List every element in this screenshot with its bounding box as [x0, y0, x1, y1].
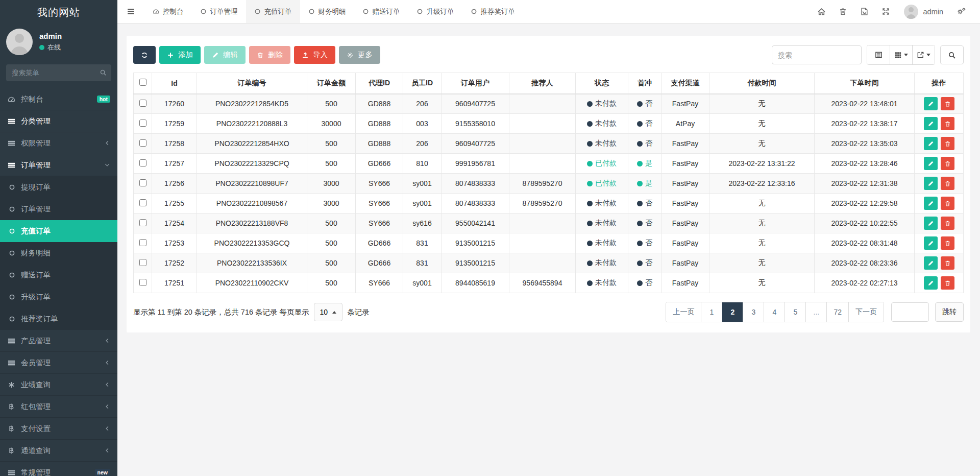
jump-button[interactable]: 跳转 — [935, 302, 964, 322]
row-checkbox[interactable] — [139, 100, 146, 107]
detail-view-button[interactable] — [867, 45, 890, 64]
add-button[interactable]: 添加 — [159, 46, 201, 64]
row-delete-button[interactable] — [941, 117, 954, 130]
sidebar-subitem-订单管理[interactable]: 订单管理 — [0, 198, 117, 220]
row-delete-button[interactable] — [941, 137, 954, 150]
sidebar-item-会员管理[interactable]: 会员管理 — [0, 352, 117, 374]
row-checkbox[interactable] — [139, 139, 146, 147]
row-edit-button[interactable] — [924, 236, 938, 250]
home-button[interactable] — [811, 0, 832, 23]
cell-staff-id: 831 — [403, 233, 442, 253]
cell-agent-id: SY666 — [356, 174, 403, 194]
row-delete-button[interactable] — [941, 217, 954, 230]
prev-page-button[interactable]: 上一页 — [666, 302, 701, 322]
sidebar-subitem-label: 提现订单 — [21, 182, 110, 192]
columns-button[interactable] — [890, 45, 912, 64]
row-edit-button[interactable] — [924, 157, 938, 170]
cell-channel: FastPay — [662, 194, 709, 213]
row-checkbox[interactable] — [139, 259, 146, 266]
import-button[interactable]: 导入 — [294, 46, 335, 64]
row-edit-button[interactable] — [924, 256, 938, 270]
tab-充值订单[interactable]: 充值订单 — [246, 0, 300, 23]
settings-button[interactable] — [950, 0, 972, 23]
column-header-代理ID: 代理ID — [356, 73, 403, 94]
row-checkbox[interactable] — [139, 159, 146, 166]
status-dot-icon — [637, 221, 643, 226]
row-delete-button[interactable] — [941, 197, 954, 210]
cell-id: 17258 — [152, 134, 197, 154]
sidebar-subitem-赠送订单[interactable]: 赠送订单 — [0, 264, 117, 286]
page-button-1[interactable]: 1 — [701, 302, 722, 322]
page-size-dropdown[interactable]: 10 — [314, 303, 343, 321]
sidebar-item-控制台[interactable]: 控制台hot — [0, 88, 117, 110]
tab-赠送订单[interactable]: 赠送订单 — [354, 0, 408, 23]
more-button[interactable]: 更多 — [339, 46, 380, 64]
row-edit-button[interactable] — [924, 117, 938, 130]
sidebar-subitem-充值订单[interactable]: 充值订单 — [0, 220, 117, 242]
tab-控制台[interactable]: 控制台 — [144, 0, 192, 23]
sidebar-item-分类管理[interactable]: 分类管理 — [0, 110, 117, 132]
page-button-5[interactable]: 5 — [785, 302, 805, 322]
page-button-3[interactable]: 3 — [743, 302, 764, 322]
page-button-2[interactable]: 2 — [722, 302, 743, 322]
sidebar-item-红包管理[interactable]: 红包管理 — [0, 396, 117, 418]
tab-升级订单[interactable]: 升级订单 — [408, 0, 462, 23]
fullscreen-button[interactable] — [875, 0, 897, 23]
user-menu[interactable]: admin — [897, 5, 951, 19]
trash-button[interactable] — [832, 0, 854, 23]
next-page-button[interactable]: 下一页 — [848, 302, 884, 322]
row-checkbox[interactable] — [139, 239, 146, 246]
export-button[interactable] — [912, 45, 935, 64]
row-checkbox[interactable] — [139, 219, 146, 226]
sidebar-item-产品管理[interactable]: 产品管理 — [0, 330, 117, 352]
sidebar-item-支付设置[interactable]: 支付设置 — [0, 418, 117, 440]
sidebar-item-订单管理[interactable]: 订单管理 — [0, 154, 117, 176]
row-delete-button[interactable] — [941, 97, 954, 110]
sidebar-item-常规管理[interactable]: 常规管理new — [0, 462, 117, 476]
sidebar-item-权限管理[interactable]: 权限管理 — [0, 132, 117, 154]
sidebar-item-业绩查询[interactable]: 业绩查询 — [0, 374, 117, 396]
row-edit-button[interactable] — [924, 217, 938, 230]
cell-first-charge: 否 — [628, 134, 662, 154]
tab-label: 升级订单 — [427, 7, 454, 16]
sidebar-subitem-提现订单[interactable]: 提现订单 — [0, 176, 117, 198]
row-edit-button[interactable] — [924, 137, 938, 150]
row-delete-button[interactable] — [941, 157, 954, 170]
row-checkbox[interactable] — [139, 120, 146, 127]
search-button[interactable] — [940, 45, 964, 64]
row-edit-button[interactable] — [924, 97, 938, 110]
row-edit-button[interactable] — [924, 197, 938, 210]
refresh-button[interactable] — [133, 46, 156, 64]
tab-订单管理[interactable]: 订单管理 — [192, 0, 246, 23]
sidebar-toggle-button[interactable] — [117, 0, 144, 23]
page-refresh-button[interactable] — [854, 0, 875, 23]
sidebar-subitem-升级订单[interactable]: 升级订单 — [0, 286, 117, 308]
sidebar-item-通道查询[interactable]: 通道查询 — [0, 440, 117, 462]
row-delete-button[interactable] — [941, 256, 954, 270]
jump-page-input[interactable] — [891, 302, 929, 322]
cell-order-no: PNO23022210898567 — [197, 194, 307, 213]
row-checkbox[interactable] — [139, 179, 146, 186]
row-delete-button[interactable] — [941, 177, 954, 190]
row-edit-button[interactable] — [924, 177, 938, 190]
tab-推荐奖订单[interactable]: 推荐奖订单 — [462, 0, 524, 23]
row-delete-button[interactable] — [941, 236, 954, 250]
page-button-72[interactable]: 72 — [826, 302, 848, 322]
cell-create-time: 2023-02-22 13:38:17 — [815, 114, 915, 134]
cell-referrer — [509, 233, 576, 253]
row-checkbox[interactable] — [139, 199, 146, 206]
circle-icon — [9, 228, 15, 234]
table-search-input[interactable] — [772, 45, 862, 64]
page-button-4[interactable]: 4 — [764, 302, 785, 322]
row-edit-button[interactable] — [924, 276, 938, 290]
menu-search-input[interactable] — [6, 64, 111, 81]
row-checkbox[interactable] — [139, 279, 146, 286]
sidebar-subitem-推荐奖订单[interactable]: 推荐奖订单 — [0, 308, 117, 330]
select-all-checkbox[interactable] — [139, 79, 146, 86]
row-delete-button[interactable] — [941, 276, 954, 290]
sidebar-item-label: 产品管理 — [21, 336, 99, 346]
caret-down-icon — [926, 54, 930, 56]
tab-财务明细[interactable]: 财务明细 — [300, 0, 354, 23]
sidebar-subitem-财务明细[interactable]: 财务明细 — [0, 242, 117, 264]
cell-channel: FastPay — [662, 154, 709, 174]
